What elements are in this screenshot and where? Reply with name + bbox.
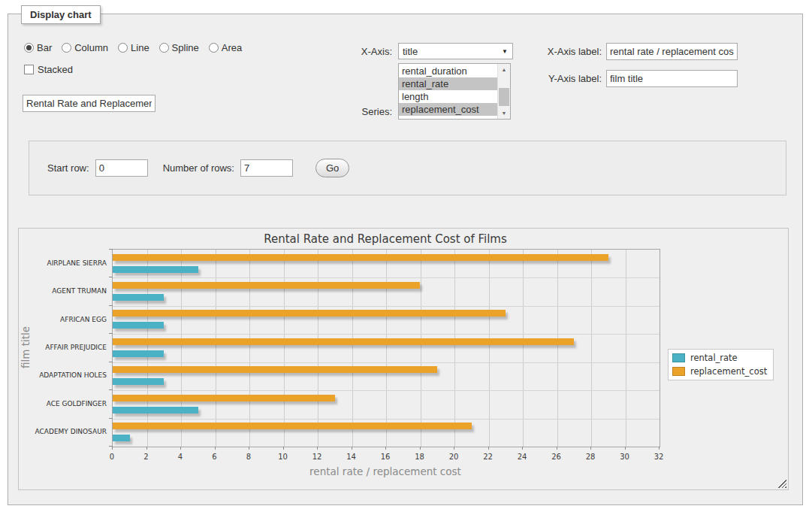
x-axis-tick [249,447,249,450]
y-axis-tick [109,389,113,390]
bar-rental_rate [113,435,130,441]
bar-replacement_cost [113,395,335,401]
x-axis-tick-label: 12 [306,453,328,461]
x-axis-tick [352,447,352,450]
vertical-gridline [249,250,250,447]
x-axis-tick [420,447,421,450]
y-axis-category-label: ACE GOLDFINGER [19,400,107,407]
x-axis-tick-label: 26 [545,453,568,461]
chart-type-radio-spline[interactable]: Spline [159,42,199,53]
y-axis-tick [109,418,113,419]
start-row-input[interactable] [95,159,148,177]
series-option-rental_rate[interactable]: rental_rate [399,77,497,90]
vertical-gridline [181,250,182,447]
x-axis-tick [317,447,318,450]
vertical-gridline [386,250,387,447]
bar-rental_rate [113,266,198,273]
chart-type-radio-area[interactable]: Area [209,42,242,53]
stacked-label: Stacked [38,64,73,75]
x-axis-tick-label: 2 [135,453,158,461]
radio-icon[interactable] [118,43,128,53]
rows-panel: Start row: Number of rows: Go [29,141,786,195]
vertical-gridline [454,250,455,447]
x-axis-tick [522,447,523,450]
y-axis-category-label: AFFAIR PREJUDICE [19,344,107,351]
chart-legend: rental_ratereplacement_cost [668,349,774,380]
radio-icon[interactable] [209,43,219,53]
x-axis-tick [454,447,454,450]
go-button[interactable]: Go [315,159,349,177]
x-axis-tick [625,447,626,450]
legend-label: replacement_cost [690,366,767,377]
x-axis-tick-label: 0 [101,453,123,461]
horizontal-gridline [113,362,660,363]
vertical-gridline [591,250,592,447]
chart-type-radio-line[interactable]: Line [118,42,149,53]
x-axis-tick-label: 28 [579,453,602,461]
horizontal-gridline [113,419,660,420]
vertical-gridline [523,250,524,447]
chart-type-radio-column[interactable]: Column [62,42,108,53]
legend-entry-rental_rate: rental_rate [672,353,767,363]
chart-plot-area [112,249,660,447]
y-axis-tick [109,362,113,362]
radio-icon[interactable] [159,43,169,53]
x-axis-tick-label: 18 [409,453,431,461]
y-axis-label-input[interactable] [606,70,738,87]
series-option-replacement_cost[interactable]: replacement_cost [399,103,497,116]
x-axis-tick [215,447,216,450]
bar-replacement_cost [113,423,472,429]
horizontal-gridline [113,334,660,335]
start-row-label: Start row: [47,162,89,174]
vertical-gridline [557,250,558,447]
chart-x-axis-title: rental rate / replacement cost [19,465,752,477]
x-axis-selected-value: title [399,46,502,57]
y-axis-category-label: AIRPLANE SIERRA [19,259,107,267]
num-rows-input[interactable] [240,159,293,177]
radio-label: Spline [172,42,199,53]
radio-icon[interactable] [24,43,34,53]
series-option-length[interactable]: length [399,90,497,103]
x-axis-tick-label: 14 [340,453,363,461]
bar-replacement_cost [113,310,506,317]
x-axis-label-input[interactable] [606,43,738,60]
scrollbar-down-icon[interactable]: ▼ [498,108,510,119]
vertical-gridline [318,250,318,447]
bar-replacement_cost [113,254,608,261]
x-axis-label-field-label: X-Axis label: [527,46,602,57]
x-axis-field-label: X-Axis: [343,46,392,57]
series-field-label: Series: [343,106,392,117]
vertical-gridline [284,250,285,447]
chart-title: Rental Rate and Replacement Cost of Film… [19,232,752,246]
vertical-gridline [421,250,421,447]
x-axis-tick [385,447,386,450]
legend-swatch-icon [672,367,685,376]
series-scrollbar[interactable]: ▲ ▼ [497,64,510,119]
vertical-gridline [216,250,216,447]
scrollbar-thumb[interactable] [499,88,509,106]
stacked-checkbox[interactable] [24,65,34,74]
chart-type-radio-bar[interactable]: Bar [24,42,52,53]
x-axis-tick-label: 22 [477,453,500,461]
radio-icon[interactable] [62,43,71,53]
bar-replacement_cost [113,366,437,373]
series-option-rental_duration[interactable]: rental_duration [399,65,497,77]
x-axis-select[interactable]: title ▼ [398,43,513,59]
bar-rental_rate [113,294,164,301]
bar-rental_rate [113,378,164,385]
y-axis-tick [109,305,113,306]
bar-rental_rate [113,407,198,414]
chart-title-input[interactable] [23,95,155,112]
rows-panel-controls: Start row: Number of rows: Go [47,141,349,195]
chart-container: Rental Rate and Replacement Cost of Film… [18,228,789,490]
x-axis-tick [283,447,284,450]
vertical-gridline [626,250,626,447]
stacked-checkbox-row[interactable]: Stacked [24,64,73,75]
dropdown-arrow-icon: ▼ [502,48,512,55]
x-axis-tick [180,447,181,450]
series-listbox[interactable]: rental_durationrental_ratelengthreplacem… [398,63,511,120]
x-axis-tick [590,447,591,450]
resize-grip-icon[interactable] [778,480,786,488]
scrollbar-up-icon[interactable]: ▲ [498,64,510,75]
x-axis-tick-label: 4 [169,453,192,461]
